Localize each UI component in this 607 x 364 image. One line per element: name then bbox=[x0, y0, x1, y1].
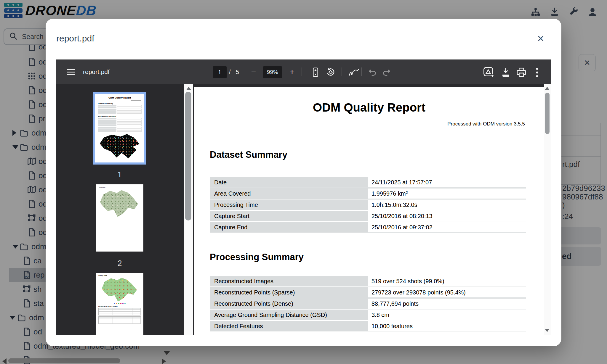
annotate-pen-icon[interactable] bbox=[348, 67, 360, 77]
table-row: Area Covered1.995976 km² bbox=[210, 188, 526, 199]
screen: DRONEDB bbox=[0, 0, 607, 364]
thumbnail-page-2[interactable]: Previews bbox=[96, 184, 143, 252]
thumb2-orthophoto-map bbox=[100, 190, 138, 217]
processing-summary-table: Reconstructed Images519 over 524 shots (… bbox=[210, 275, 526, 332]
thumbnail-page-3[interactable]: Survey Data GPS/GCP/3D Errors Details bbox=[96, 273, 143, 335]
thumb3-caption2: GPS/GCP/3D Errors Details bbox=[98, 305, 143, 307]
row-label: Capture End bbox=[210, 222, 368, 233]
page-view: ODM Quality Report Processed with ODM ve… bbox=[193, 84, 544, 335]
row-value: 519 over 524 shots (99.0%) bbox=[368, 276, 526, 286]
row-label: Reconstructed Images bbox=[210, 276, 368, 286]
zoom-level-input[interactable]: 99% bbox=[263, 66, 282, 78]
row-value: 24/11/2025 at 17:57:07 bbox=[368, 177, 526, 188]
print-icon[interactable] bbox=[515, 67, 528, 78]
page-scroll-up-arrow[interactable] bbox=[545, 87, 549, 90]
thumbnail-scroll-up-arrow[interactable] bbox=[186, 87, 191, 90]
row-label: Detected Features bbox=[210, 321, 368, 331]
pdf-viewer: report.pdf 1 / 5 − 99% + bbox=[56, 59, 551, 335]
zoom-out-button[interactable]: − bbox=[248, 66, 259, 78]
rotate-icon[interactable] bbox=[325, 67, 337, 78]
zoom-in-button[interactable]: + bbox=[287, 66, 297, 78]
thumb1-heading2: Processing Summary bbox=[98, 115, 144, 117]
thumbnail-scrollbar[interactable] bbox=[184, 84, 193, 335]
page-scroll-down-arrow[interactable] bbox=[545, 329, 549, 332]
row-label: Capture Start bbox=[210, 211, 368, 221]
table-row: Capture End25/10/2016 at 09:37:02 bbox=[210, 222, 526, 233]
table-row: Reconstructed Points (Sparse)279723 over… bbox=[210, 287, 526, 298]
row-label: Average Ground Sampling Distance (GSD) bbox=[210, 310, 368, 320]
section-heading-dataset: Dataset Summary bbox=[210, 149, 287, 160]
report-subtitle: Processed with ODM version 3.5.5 bbox=[447, 121, 525, 127]
pdf-body: ODM Quality Report Dataset Summary Proce… bbox=[56, 84, 551, 335]
row-value: 279723 over 293078 points (95.4%) bbox=[368, 287, 526, 298]
table-row: Date24/11/2025 at 17:57:07 bbox=[210, 177, 526, 188]
row-label: Date bbox=[210, 177, 368, 188]
undo-icon[interactable] bbox=[367, 67, 378, 77]
pdf-toolbar: report.pdf 1 / 5 − 99% + bbox=[56, 59, 551, 84]
redo-icon[interactable] bbox=[381, 67, 392, 77]
row-value: 88,777,694 points bbox=[368, 298, 526, 309]
table-row: Processing Time1.0h:15.0m:32.0s bbox=[210, 199, 526, 210]
pdf-page-1: ODM Quality Report Processed with ODM ve… bbox=[194, 87, 544, 335]
thumbnail-1-label: 1 bbox=[93, 170, 146, 179]
fit-page-icon[interactable] bbox=[310, 67, 321, 78]
page-scrollbar-thumb[interactable] bbox=[545, 93, 550, 134]
table-row: Reconstructed Images519 over 524 shots (… bbox=[210, 276, 526, 286]
row-value: 1.0h:15.0m:32.0s bbox=[368, 199, 526, 210]
row-label: Processing Time bbox=[210, 199, 368, 210]
thumbnail-scrollbar-thumb[interactable] bbox=[185, 92, 191, 220]
modal-title: report.pdf bbox=[56, 33, 94, 44]
thumb1-heading1: Dataset Summary bbox=[98, 103, 144, 104]
add-annotation-icon[interactable] bbox=[482, 66, 495, 78]
pdf-filename: report.pdf bbox=[83, 59, 110, 84]
row-label: Reconstructed Points (Sparse) bbox=[210, 287, 368, 298]
row-value: 1.995976 km² bbox=[368, 188, 526, 199]
thumb3-caption1: Survey Data bbox=[98, 275, 143, 276]
thumb1-pointcloud-map bbox=[100, 134, 140, 159]
row-value: 25/10/2016 at 09:37:02 bbox=[368, 222, 526, 233]
modal-close-button[interactable]: ✕ bbox=[534, 32, 547, 45]
table-row: Detected Features10,000 features bbox=[210, 321, 526, 331]
page-count-label: / 5 bbox=[229, 59, 241, 84]
menu-icon[interactable] bbox=[65, 67, 76, 77]
report-modal: report.pdf ✕ report.pdf 1 / 5 − 99% + bbox=[46, 19, 561, 346]
row-value: 25/10/2016 at 08:20:13 bbox=[368, 211, 526, 221]
table-row: Average Ground Sampling Distance (GSD)3.… bbox=[210, 310, 526, 320]
row-label: Reconstructed Points (Dense) bbox=[210, 298, 368, 309]
more-options-icon[interactable] bbox=[533, 67, 542, 78]
thumb1-title: ODM Quality Report bbox=[95, 96, 144, 99]
page-scrollbar[interactable] bbox=[544, 84, 551, 335]
thumbnail-panel: ODM Quality Report Dataset Summary Proce… bbox=[56, 84, 184, 335]
download-pdf-icon[interactable] bbox=[499, 67, 512, 78]
table-row: Reconstructed Points (Dense)88,777,694 p… bbox=[210, 298, 526, 309]
row-value: 10,000 features bbox=[368, 321, 526, 331]
thumbnail-page-1[interactable]: ODM Quality Report Dataset Summary Proce… bbox=[93, 92, 146, 165]
table-row: Capture Start25/10/2016 at 08:20:13 bbox=[210, 211, 526, 221]
section-heading-processing: Processing Summary bbox=[210, 252, 304, 262]
report-title: ODM Quality Report bbox=[194, 101, 544, 114]
row-value: 3.8 cm bbox=[368, 310, 526, 320]
thumbnail-2-label: 2 bbox=[93, 259, 146, 268]
thumb3-survey-map bbox=[102, 277, 137, 302]
thumb2-caption: Previews bbox=[99, 187, 143, 189]
row-label: Area Covered bbox=[210, 188, 368, 199]
dataset-summary-table: Date24/11/2025 at 17:57:07Area Covered1.… bbox=[210, 176, 526, 233]
page-number-input[interactable]: 1 bbox=[213, 66, 227, 78]
